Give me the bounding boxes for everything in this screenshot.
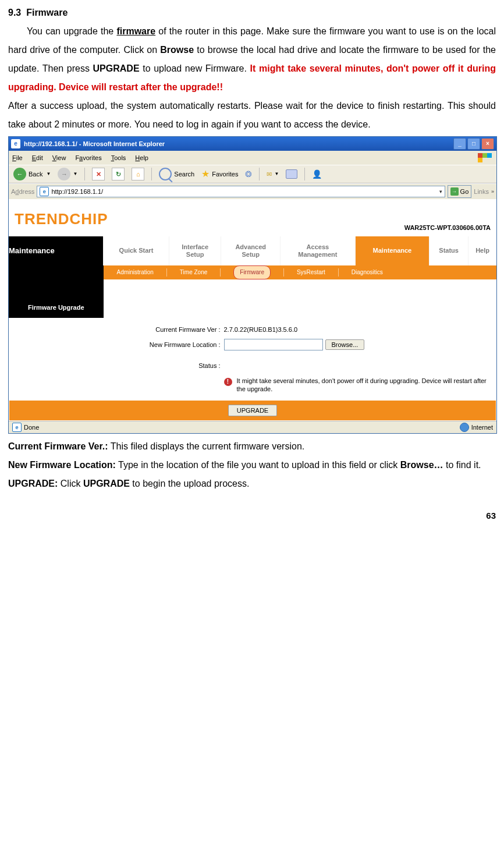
menu-view[interactable]: View <box>52 151 66 164</box>
favorites-button[interactable]: ★Favorites <box>199 164 240 185</box>
status-done: Done <box>24 421 39 434</box>
toolbar: ←Back▼ →▼ ✕ ↻ ⌂ Search ★Favorites ❂ ✉▼ 👤 <box>9 165 496 183</box>
close-button[interactable]: × <box>481 138 494 150</box>
subnav-firmware[interactable]: Firmware <box>221 265 283 279</box>
subnav-administration[interactable]: Administration <box>104 267 166 278</box>
address-label: Address <box>11 185 34 198</box>
titlebar: e http://192.168.1.1/ - Microsoft Intern… <box>9 137 496 151</box>
stop-button[interactable]: ✕ <box>90 167 107 182</box>
warning-icon: ! <box>224 378 232 386</box>
browse-button[interactable]: Browse... <box>325 339 365 350</box>
nav-maintenance[interactable]: Maintenance <box>355 236 429 265</box>
nav-section-label: Maintenance <box>9 236 104 265</box>
forward-button[interactable]: →▼ <box>55 167 80 182</box>
history-icon: ❂ <box>245 166 252 182</box>
minimize-button[interactable]: _ <box>453 138 466 150</box>
menu-help[interactable]: Help <box>135 151 148 164</box>
desc-upgrade: UPGRADE: Click UPGRADE to begin the uplo… <box>8 474 496 493</box>
status-page-icon: e <box>12 423 22 432</box>
home-button[interactable]: ⌂ <box>129 167 147 182</box>
back-button[interactable]: ←Back▼ <box>11 167 53 182</box>
nav-interface-setup[interactable]: Interface Setup <box>169 236 221 265</box>
search-button[interactable]: Search <box>157 167 197 182</box>
person-icon: 👤 <box>312 166 322 182</box>
page-icon: e <box>40 187 49 196</box>
ie-icon: e <box>11 139 20 148</box>
upgrade-button[interactable]: UPGRADE <box>228 405 277 416</box>
star-icon: ★ <box>201 165 210 183</box>
model-number: WAR25TC-WPT.030606.00TA <box>404 221 491 234</box>
desc-current-firmware: Current Firmware Ver.: This filed displa… <box>8 437 496 456</box>
page-number: 63 <box>0 493 504 526</box>
globe-icon <box>460 423 469 432</box>
label-current-firmware: Current Firmware Ver : <box>110 323 224 336</box>
mail-icon: ✉ <box>267 168 272 180</box>
windows-flag-icon <box>478 153 493 162</box>
section-heading: 9.3 Firmware <box>8 6 496 20</box>
menu-edit[interactable]: Edit <box>32 151 43 164</box>
nav-advanced-setup[interactable]: Advanced Setup <box>221 236 281 265</box>
print-button[interactable] <box>283 168 300 180</box>
label-status: Status : <box>110 359 224 372</box>
address-dropdown-icon[interactable]: ▾ <box>439 186 442 197</box>
nav-status[interactable]: Status <box>430 236 468 265</box>
menu-favorites[interactable]: Favorites <box>75 151 101 164</box>
paragraph-2: After a success upload, the system autom… <box>8 97 496 134</box>
links-chevron-icon[interactable]: » <box>491 186 494 197</box>
go-icon: → <box>450 187 459 196</box>
messenger-button[interactable]: 👤 <box>310 165 324 183</box>
go-button[interactable]: → Go <box>448 185 472 198</box>
window-title: http://192.168.1.1/ - Microsoft Internet… <box>24 137 453 150</box>
status-message: It might take several minutes, don't pow… <box>237 377 491 394</box>
term-firmware: firmware <box>116 26 155 36</box>
section-title-text: Firmware <box>26 8 68 17</box>
subnav-sysrestart[interactable]: SysRestart <box>284 267 338 278</box>
term-browse: Browse <box>160 45 194 55</box>
page-content: TRENDCHIP WAR25TC-WPT.030606.00TA Mainte… <box>9 199 496 421</box>
address-value: http://192.168.1.1/ <box>51 185 103 198</box>
desc-new-firmware-location: New Firmware Location: Type in the locat… <box>8 456 496 474</box>
subnav-diagnostics[interactable]: Diagnositics <box>339 267 396 278</box>
section-firmware-upgrade: Firmware Upgrade <box>9 297 104 318</box>
paragraph-1: You can upgrade the firmware of the rout… <box>8 22 496 97</box>
label-new-firmware: New Firmware Location : <box>110 338 224 351</box>
status-zone: Internet <box>471 421 493 434</box>
menubar: File Edit View Favorites Tools Help <box>9 151 496 165</box>
value-current-firmware: 2.7.0.22(RUE0.B1)3.5.6.0 <box>224 323 298 336</box>
menu-file[interactable]: File <box>12 151 23 164</box>
address-bar: Address e http://192.168.1.1/ ▾ → Go Lin… <box>9 183 496 199</box>
address-input[interactable]: e http://192.168.1.1/ ▾ <box>37 186 445 197</box>
term-upgrade: UPGRADE <box>93 63 140 73</box>
nav-access-management[interactable]: Access Management <box>281 236 356 265</box>
maximize-button[interactable]: □ <box>467 138 480 150</box>
search-icon <box>159 168 172 180</box>
links-label[interactable]: Links <box>474 185 489 198</box>
ie-window: e http://192.168.1.1/ - Microsoft Intern… <box>8 136 497 434</box>
menu-tools[interactable]: Tools <box>111 151 126 164</box>
mail-button[interactable]: ✉▼ <box>264 167 281 182</box>
brand-logo: TRENDCHIP <box>15 204 108 234</box>
statusbar: e Done Internet <box>9 421 496 433</box>
refresh-button[interactable]: ↻ <box>109 167 127 182</box>
printer-icon <box>286 169 297 179</box>
section-number: 9.3 <box>8 8 21 17</box>
subnav-timezone[interactable]: Time Zone <box>167 267 220 278</box>
nav-quick-start[interactable]: Quick Start <box>104 236 169 265</box>
nav-table: Maintenance Quick Start Interface Setup … <box>9 236 496 421</box>
input-new-firmware-location[interactable] <box>224 339 323 350</box>
nav-help[interactable]: Help <box>468 236 496 265</box>
history-button[interactable]: ❂ <box>243 165 254 183</box>
